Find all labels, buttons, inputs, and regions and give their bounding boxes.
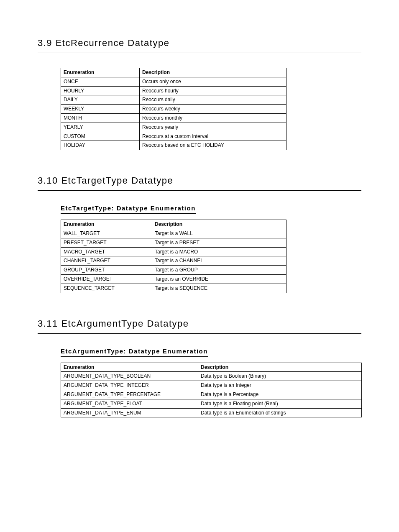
cell-enum: SEQUENCE_TARGET bbox=[61, 284, 152, 293]
table-row: MACRO_TARGETTarget is a MACRO bbox=[61, 247, 286, 256]
col-header-enum: Enumeration bbox=[61, 220, 152, 229]
cell-desc: Reoccurs hourly bbox=[140, 86, 286, 95]
table-body: WALL_TARGETTarget is a WALLPRESET_TARGET… bbox=[61, 229, 286, 293]
table-row: WALL_TARGETTarget is a WALL bbox=[61, 229, 286, 238]
col-header-desc: Description bbox=[152, 220, 286, 229]
table-row: ARGUMENT_DATA_TYPE_INTEGERData type is a… bbox=[61, 381, 362, 390]
cell-enum: OVERRIDE_TARGET bbox=[61, 274, 152, 284]
table-row: ARGUMENT_DATA_TYPE_ENUMData type is an E… bbox=[61, 408, 362, 417]
cell-enum: WALL_TARGET bbox=[61, 229, 152, 238]
table-row: WEEKLYReoccurs weekly bbox=[61, 105, 286, 114]
argument-type-table: Enumeration Description ARGUMENT_DATA_TY… bbox=[61, 363, 362, 418]
cell-enum: GROUP_TARGET bbox=[61, 266, 152, 275]
sub-title: EtcTargetType: Datatype Enumeration bbox=[61, 205, 196, 214]
cell-enum: CHANNEL_TARGET bbox=[61, 256, 152, 266]
cell-desc: Data type is Boolean (Binary) bbox=[198, 372, 362, 381]
target-type-table: Enumeration Description WALL_TARGETTarge… bbox=[61, 220, 286, 293]
cell-desc: Occurs only once bbox=[140, 77, 286, 86]
recurrence-table: Enumeration Description ONCEOccurs only … bbox=[61, 68, 286, 150]
cell-desc: Target is a WALL bbox=[152, 229, 286, 238]
cell-desc: Reoccurs yearly bbox=[140, 123, 286, 132]
table-container: Enumeration Description ONCEOccurs only … bbox=[61, 68, 361, 150]
subtitle-wrap: EtcTargetType: Datatype Enumeration bbox=[38, 194, 361, 216]
cell-enum: ARGUMENT_DATA_TYPE_INTEGER bbox=[61, 381, 198, 390]
cell-enum: HOLIDAY bbox=[61, 141, 140, 150]
section-title: 3.10 EtcTargetType Datatype bbox=[38, 175, 361, 191]
cell-enum: CUSTOM bbox=[61, 132, 140, 141]
cell-desc: Target is an OVERRIDE bbox=[152, 274, 286, 284]
table-row: CHANNEL_TARGETTarget is a CHANNEL bbox=[61, 256, 286, 266]
cell-enum: DAILY bbox=[61, 95, 140, 105]
cell-desc: Reoccurs daily bbox=[140, 95, 286, 105]
cell-desc: Reoccurs monthly bbox=[140, 113, 286, 123]
col-header-desc: Description bbox=[198, 363, 362, 372]
table-row: GROUP_TARGETTarget is a GROUP bbox=[61, 266, 286, 275]
cell-enum: HOURLY bbox=[61, 86, 140, 95]
table-container: Enumeration Description WALL_TARGETTarge… bbox=[61, 220, 361, 293]
table-row: ONCEOccurs only once bbox=[61, 77, 286, 86]
table-row: HOLIDAYReoccurs based on a ETC HOLIDAY bbox=[61, 141, 286, 150]
table-container: Enumeration Description ARGUMENT_DATA_TY… bbox=[61, 363, 361, 418]
subtitle-wrap: EtcArgumentType: Datatype Enumeration bbox=[38, 337, 361, 359]
cell-desc: Target is a GROUP bbox=[152, 266, 286, 275]
cell-enum: PRESET_TARGET bbox=[61, 238, 152, 247]
table-row: ARGUMENT_DATA_TYPE_PERCENTAGEData type i… bbox=[61, 390, 362, 399]
cell-desc: Reoccurs based on a ETC HOLIDAY bbox=[140, 141, 286, 150]
cell-desc: Reoccurs weekly bbox=[140, 105, 286, 114]
cell-desc: Data type is an Integer bbox=[198, 381, 362, 390]
cell-enum: ARGUMENT_DATA_TYPE_ENUM bbox=[61, 408, 198, 417]
col-header-enum: Enumeration bbox=[61, 68, 140, 77]
section-title: 3.9 EtcRecurrence Datatype bbox=[38, 38, 361, 53]
section-3-9: 3.9 EtcRecurrence Datatype Enumeration D… bbox=[38, 38, 361, 150]
table-row: YEARLYReoccurs yearly bbox=[61, 123, 286, 132]
cell-desc: Target is a PRESET bbox=[152, 238, 286, 247]
cell-enum: ARGUMENT_DATA_TYPE_BOOLEAN bbox=[61, 372, 198, 381]
table-row: CUSTOMReoccurs at a custom interval bbox=[61, 132, 286, 141]
cell-enum: ARGUMENT_DATA_TYPE_PERCENTAGE bbox=[61, 390, 198, 399]
table-header-row: Enumeration Description bbox=[61, 220, 286, 229]
table-row: PRESET_TARGETTarget is a PRESET bbox=[61, 238, 286, 247]
table-row: ARGUMENT_DATA_TYPE_FLOATData type is a F… bbox=[61, 399, 362, 408]
table-row: MONTHReoccurs monthly bbox=[61, 113, 286, 123]
cell-enum: YEARLY bbox=[61, 123, 140, 132]
sub-title: EtcArgumentType: Datatype Enumeration bbox=[61, 348, 208, 357]
section-3-10: 3.10 EtcTargetType Datatype EtcTargetTyp… bbox=[38, 175, 361, 293]
table-row: SEQUENCE_TARGETTarget is a SEQUENCE bbox=[61, 284, 286, 293]
cell-desc: Reoccurs at a custom interval bbox=[140, 132, 286, 141]
col-header-enum: Enumeration bbox=[61, 363, 198, 372]
cell-desc: Target is a SEQUENCE bbox=[152, 284, 286, 293]
section-title: 3.11 EtcArgumentType Datatype bbox=[38, 318, 361, 334]
table-row: HOURLYReoccurs hourly bbox=[61, 86, 286, 95]
cell-enum: MONTH bbox=[61, 113, 140, 123]
table-header-row: Enumeration Description bbox=[61, 68, 286, 77]
cell-desc: Data type is an Enumeration of strings bbox=[198, 408, 362, 417]
cell-desc: Data type is a Floating point (Real) bbox=[198, 399, 362, 408]
cell-enum: ARGUMENT_DATA_TYPE_FLOAT bbox=[61, 399, 198, 408]
cell-enum: ONCE bbox=[61, 77, 140, 86]
table-body: ONCEOccurs only onceHOURLYReoccurs hourl… bbox=[61, 77, 286, 150]
cell-enum: WEEKLY bbox=[61, 105, 140, 114]
table-body: ARGUMENT_DATA_TYPE_BOOLEANData type is B… bbox=[61, 372, 362, 417]
table-row: OVERRIDE_TARGETTarget is an OVERRIDE bbox=[61, 274, 286, 284]
table-row: DAILYReoccurs daily bbox=[61, 95, 286, 105]
table-row: ARGUMENT_DATA_TYPE_BOOLEANData type is B… bbox=[61, 372, 362, 381]
cell-desc: Data type is a Percentage bbox=[198, 390, 362, 399]
table-header-row: Enumeration Description bbox=[61, 363, 362, 372]
cell-desc: Target is a CHANNEL bbox=[152, 256, 286, 266]
section-3-11: 3.11 EtcArgumentType Datatype EtcArgumen… bbox=[38, 318, 361, 418]
cell-desc: Target is a MACRO bbox=[152, 247, 286, 256]
col-header-desc: Description bbox=[140, 68, 286, 77]
cell-enum: MACRO_TARGET bbox=[61, 247, 152, 256]
